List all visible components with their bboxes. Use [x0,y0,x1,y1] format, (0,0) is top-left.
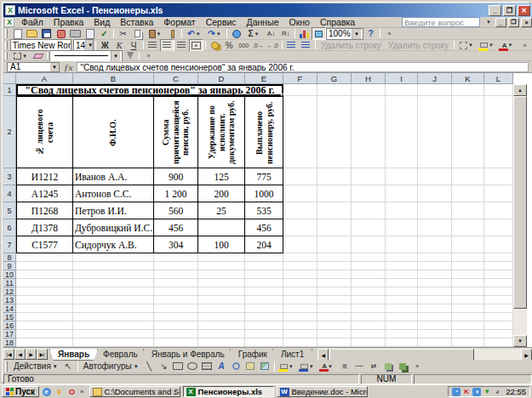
merge-center-icon[interactable]: a [189,39,203,52]
line-icon[interactable]: ╲ [142,360,157,372]
align-center-icon[interactable] [160,39,174,52]
menu-format[interactable]: Формат [158,17,200,28]
column-header-D[interactable]: D [198,73,245,84]
decrease-indent-icon[interactable] [284,39,299,52]
cell-B4[interactable]: Антонов С.С. [73,185,154,202]
doc-close-button[interactable]: × [521,18,532,27]
toolbar-grip[interactable] [5,41,8,49]
line-color-icon[interactable]: ▼ [297,360,317,372]
quicklaunch-opera-icon[interactable]: O [66,387,77,397]
menu-data[interactable]: Данные [242,17,284,28]
column-header-K[interactable]: K [452,73,484,84]
toolbar-grip[interactable] [5,29,8,37]
menu-file[interactable]: Файл [16,17,49,28]
arrow-icon[interactable]: ↘ [157,360,171,372]
row-header-12[interactable]: 12 [3,287,16,296]
cell-B6[interactable]: Дубровицкий И.С. [73,219,154,236]
column-header-F[interactable]: F [283,73,317,84]
row-header-14[interactable]: 14 [3,304,16,313]
cell-C6[interactable]: 456 [154,219,198,236]
start-button[interactable]: Пуск [2,386,39,397]
row-header-3[interactable]: 3 [3,168,16,185]
scroll-right-icon[interactable]: ▶ [521,349,532,361]
toolbar-options-icon[interactable]: » [141,49,156,62]
decrease-decimal-icon[interactable]: ←,0 [266,39,280,52]
zoom-combo[interactable]: 100%▼ [326,28,363,40]
line-style-icon[interactable]: ≡ [338,360,352,372]
close-button[interactable]: ✕ [518,5,530,16]
increase-decimal-icon[interactable]: ,0→ [251,39,266,52]
cell-E7[interactable]: 204 [245,236,283,253]
column-header-E[interactable]: E [245,73,283,84]
borders-icon[interactable]: ▼ [456,39,477,52]
restore-button[interactable]: ❐ [503,5,516,16]
menu-insert[interactable]: Вставка [115,17,158,28]
minimize-button[interactable]: _ [489,5,501,16]
cell-D3[interactable]: 125 [198,168,245,185]
cell-C5[interactable]: 560 [154,202,198,219]
help-icon[interactable]: ? [363,27,378,40]
print-preview-icon[interactable] [83,27,97,40]
toolbar-options-icon[interactable]: » [410,360,425,372]
cell-B7[interactable]: Сидорчук А.В. [73,236,154,253]
row-header-5[interactable]: 5 [3,202,16,219]
scroll-up-icon[interactable]: ▲ [513,84,527,96]
currency-icon[interactable] [208,39,222,52]
fill-color-icon[interactable]: ▼ [277,360,297,372]
task-button-excel[interactable]: XПенсионеры.xls [183,386,274,397]
diagram-icon[interactable] [229,360,243,372]
rectangle-icon[interactable] [171,360,186,372]
select-all-corner[interactable] [3,73,16,84]
column-header-C[interactable]: C [154,73,198,84]
row-header-11[interactable]: 11 [3,279,16,287]
insert-function-icon[interactable]: ƒx [64,62,72,72]
new-document-icon[interactable] [10,27,25,40]
cell-E5[interactable]: 535 [245,202,283,219]
vertical-scroll-thumb[interactable] [513,96,527,309]
drawing-toolbar-toggle-icon[interactable] [312,27,326,40]
row-header-2[interactable]: 2 [3,96,16,168]
tray-icon-3[interactable]: ◕ [493,388,501,396]
cell-B3[interactable]: Иванов А.А. [73,168,154,185]
permission-icon[interactable] [54,27,68,40]
oval-icon[interactable] [186,360,200,372]
header-cell-E2[interactable]: Выплачено пенсионеру, руб. [245,96,283,168]
sheet-tab-Февраль[interactable]: Февраль [94,349,146,361]
column-header-J[interactable]: J [418,73,452,84]
cell-C3[interactable]: 900 [154,168,198,185]
doc-minimize-button[interactable]: _ [495,18,506,27]
row-header-10[interactable]: 10 [3,270,16,279]
menu-help[interactable]: Справка [315,17,360,28]
cell-C7[interactable]: 304 [154,236,198,253]
autoshapes-button[interactable]: Автофигуры▼ [80,361,142,371]
cell-A6[interactable]: Д1378 [16,219,73,236]
header-cell-D2[interactable]: Удержание по исполнит. документам руб. [198,96,245,168]
menu-edit[interactable]: Правка [49,17,89,28]
row-header-13[interactable]: 13 [3,296,16,304]
cell-A5[interactable]: П1268 [16,202,73,219]
select-objects-icon[interactable]: ↖ [61,360,76,372]
toolbar-options-icon[interactable]: » [518,39,532,52]
question-box-input[interactable]: Введите вопрос [402,17,480,27]
row-header-6[interactable]: 6 [3,219,16,236]
sheet-tab-Лист1[interactable]: Лист1 [272,349,312,361]
row-header-4[interactable]: 4 [3,185,16,202]
row-header-9[interactable]: 9 [3,262,16,270]
last-sheet-icon[interactable]: ▶| [37,349,48,360]
column-header-L[interactable]: L [484,73,513,84]
shadow-style-icon[interactable] [381,360,396,372]
print-icon[interactable] [68,27,83,40]
task-button-word[interactable]: WВведение.doc - Microsof... [277,386,368,397]
horizontal-scroll-thumb[interactable] [329,349,474,361]
cell-A4[interactable]: А1245 [16,185,73,202]
row-header-1[interactable]: 1 [3,84,16,96]
row-header-16[interactable]: 16 [3,321,16,330]
tray-icon-2[interactable]: ◑ [472,388,481,396]
column-header-I[interactable]: I [386,73,418,84]
row-header-7[interactable]: 7 [3,236,16,253]
formula-input[interactable]: "Свод лицевых счетов пенсионеров" за янв… [77,62,529,72]
cell-D5[interactable]: 25 [198,202,245,219]
menu-window[interactable]: Окно [284,17,315,28]
tray-icon-1[interactable]: ◔ [452,388,460,396]
chevron-down-icon[interactable]: ▼ [50,63,59,71]
